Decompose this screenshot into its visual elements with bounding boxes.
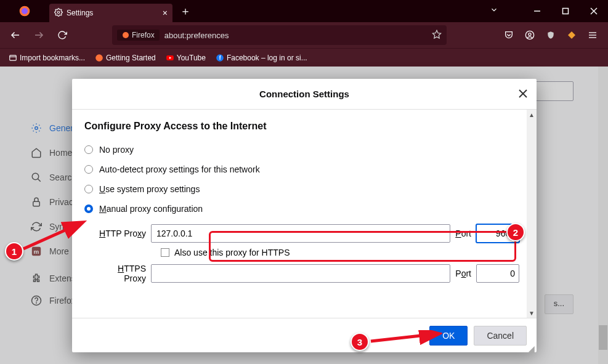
resize-handle-icon[interactable]: ◢ bbox=[528, 344, 535, 351]
gear-icon bbox=[54, 8, 63, 18]
radio-auto-detect[interactable]: Auto-detect proxy settings for this netw… bbox=[84, 160, 519, 179]
tabs-dropdown-icon[interactable] bbox=[490, 6, 498, 17]
new-tab-button[interactable]: ＋ bbox=[180, 4, 191, 18]
dialog-close-button[interactable] bbox=[517, 87, 529, 100]
bookmark-youtube[interactable]: YouTube bbox=[162, 52, 209, 63]
bookmark-getting-started[interactable]: Getting Started bbox=[91, 52, 160, 63]
http-port-label: Port bbox=[455, 229, 471, 238]
forward-button bbox=[28, 25, 49, 46]
url-text: about:preferences bbox=[164, 31, 229, 40]
tab-title: Settings bbox=[67, 9, 93, 17]
cancel-button[interactable]: Cancel bbox=[474, 326, 527, 346]
account-icon[interactable] bbox=[519, 25, 540, 46]
svg-point-19 bbox=[95, 54, 103, 62]
http-port-input[interactable] bbox=[476, 224, 519, 243]
svg-point-9 bbox=[123, 32, 129, 38]
radio-use-system[interactable]: Use system proxy settings bbox=[84, 180, 519, 198]
maximize-button[interactable] bbox=[551, 0, 580, 22]
dialog-title: Connection Settings bbox=[259, 89, 349, 99]
http-proxy-input[interactable] bbox=[151, 224, 450, 243]
svg-point-1 bbox=[22, 8, 28, 14]
reload-button[interactable] bbox=[52, 25, 73, 46]
also-use-https-checkbox[interactable]: Also use this proxy for HTTPS bbox=[161, 248, 519, 257]
back-button[interactable] bbox=[5, 25, 26, 46]
radio-no-proxy[interactable]: No proxy bbox=[84, 140, 519, 159]
app-menu-button[interactable] bbox=[582, 25, 603, 46]
connection-settings-dialog: Connection Settings Configure Proxy Acce… bbox=[72, 79, 537, 352]
dialog-heading: Configure Proxy Access to the Internet bbox=[84, 121, 519, 132]
tab-close-icon[interactable]: × bbox=[163, 8, 168, 18]
extension-icon[interactable] bbox=[561, 25, 582, 46]
svg-rect-17 bbox=[10, 55, 17, 60]
svg-point-12 bbox=[529, 33, 531, 36]
svg-point-2 bbox=[57, 11, 60, 14]
browser-tab[interactable]: Settings × bbox=[49, 4, 172, 22]
svg-marker-10 bbox=[432, 30, 440, 38]
close-window-button[interactable] bbox=[580, 0, 608, 22]
address-bar[interactable]: Firefox about:preferences bbox=[112, 25, 447, 45]
https-proxy-input[interactable] bbox=[151, 264, 450, 283]
shield-icon[interactable] bbox=[540, 25, 561, 46]
identity-badge: Firefox bbox=[117, 30, 160, 41]
https-port-label: Port bbox=[455, 269, 471, 278]
radio-manual-proxy[interactable]: Manual proxy configuration bbox=[84, 200, 519, 218]
https-proxy-label: HTTPS Proxy bbox=[98, 264, 146, 283]
bookmark-star-icon[interactable] bbox=[432, 30, 442, 41]
http-proxy-label: HTTP Proxy bbox=[98, 229, 146, 238]
svg-marker-13 bbox=[568, 31, 575, 39]
svg-rect-4 bbox=[563, 9, 569, 14]
pocket-icon[interactable] bbox=[498, 25, 519, 46]
minimize-button[interactable] bbox=[523, 0, 551, 22]
https-port-input[interactable] bbox=[476, 264, 519, 283]
ok-button[interactable]: OK bbox=[429, 326, 468, 346]
bookmark-facebook[interactable]: f Facebook – log in or si... bbox=[212, 52, 311, 63]
firefox-logo-icon bbox=[17, 4, 32, 18]
svg-text:f: f bbox=[219, 55, 221, 60]
import-bookmarks[interactable]: Import bookmarks... bbox=[5, 52, 89, 63]
dialog-scrollbar[interactable]: ▲▼ bbox=[527, 110, 537, 318]
